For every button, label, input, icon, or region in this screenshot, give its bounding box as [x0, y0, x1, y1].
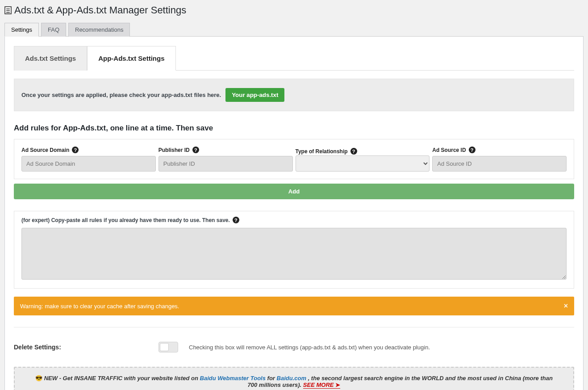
expert-rules-box: (for expert) Copy-paste all rules if you…: [14, 211, 574, 289]
subtab-ads-txt[interactable]: Ads.txt Settings: [14, 46, 87, 71]
publisher-id-label: Publisher ID: [158, 147, 190, 153]
arrow-right-icon: ➤: [335, 382, 340, 388]
ad-source-domain-label: Ad Source Domain: [21, 147, 69, 153]
ad-source-domain-input[interactable]: [21, 156, 156, 172]
add-rule-button[interactable]: Add: [14, 184, 574, 199]
help-icon[interactable]: ?: [350, 148, 357, 155]
cache-warning-text: Warning: make sure to clear your cache a…: [20, 303, 179, 310]
help-icon[interactable]: ?: [72, 147, 79, 153]
check-files-bar: Once your settings are applied, please c…: [14, 79, 574, 111]
promo-link-baidu-tools[interactable]: Baidu Webmaster Tools: [200, 375, 266, 382]
promo-prefix: NEW - Get INSANE TRAFFIC with your websi…: [44, 375, 200, 382]
delete-settings-help: Checking this box will remove ALL settin…: [189, 344, 430, 351]
sunglasses-emoji-icon: 😎: [35, 375, 42, 382]
your-app-ads-txt-button[interactable]: Your app-ads.txt: [225, 88, 284, 102]
delete-settings-toggle[interactable]: [158, 342, 178, 352]
tab-faq[interactable]: FAQ: [41, 23, 66, 37]
close-icon[interactable]: ×: [564, 302, 568, 310]
page-title: Ads.txt & App-Ads.txt Manager Settings: [4, 4, 584, 16]
promo-link-baidu[interactable]: Baidu.com: [277, 375, 306, 382]
help-icon[interactable]: ?: [233, 217, 239, 223]
page-title-text: Ads.txt & App-Ads.txt Manager Settings: [14, 4, 186, 16]
help-icon[interactable]: ?: [192, 147, 199, 153]
promo-see-more-text: SEE MORE: [303, 382, 334, 388]
check-files-text: Once your settings are applied, please c…: [21, 92, 221, 98]
ad-source-id-input[interactable]: [432, 156, 567, 172]
expert-rules-textarea[interactable]: [21, 228, 567, 280]
relationship-label: Type of Relationship: [296, 148, 348, 155]
promo-banner: 😎 NEW - Get INSANE TRAFFIC with your web…: [14, 367, 574, 390]
relationship-select[interactable]: [296, 155, 430, 172]
tab-recommendations[interactable]: Recommendations: [68, 23, 130, 37]
subtab-app-ads-txt[interactable]: App-Ads.txt Settings: [87, 46, 175, 71]
document-icon: [4, 6, 12, 14]
add-rules-heading: Add rules for App-Ads.txt, one line at a…: [14, 124, 574, 133]
primary-nav-tabs: Settings FAQ Recommendations: [4, 22, 584, 37]
toggle-knob: [160, 343, 169, 351]
sub-tabs: Ads.txt Settings App-Ads.txt Settings: [14, 46, 574, 71]
promo-mid1: for: [267, 375, 277, 382]
cache-warning-bar: Warning: make sure to clear your cache a…: [14, 297, 574, 315]
delete-settings-row: Delete Settings: Checking this box will …: [14, 339, 574, 354]
publisher-id-input[interactable]: [158, 156, 293, 172]
ad-source-id-label: Ad Source ID: [432, 147, 466, 153]
expert-label-text: (for expert) Copy-paste all rules if you…: [21, 217, 230, 223]
help-icon[interactable]: ?: [469, 147, 475, 153]
tab-settings[interactable]: Settings: [4, 23, 39, 37]
delete-settings-label: Delete Settings:: [14, 344, 148, 351]
promo-see-more-link[interactable]: SEE MORE ➤: [303, 382, 341, 389]
section-divider: [14, 327, 574, 327]
rules-entry-box: Ad Source Domain ? Publisher ID ? Type o…: [14, 139, 574, 179]
